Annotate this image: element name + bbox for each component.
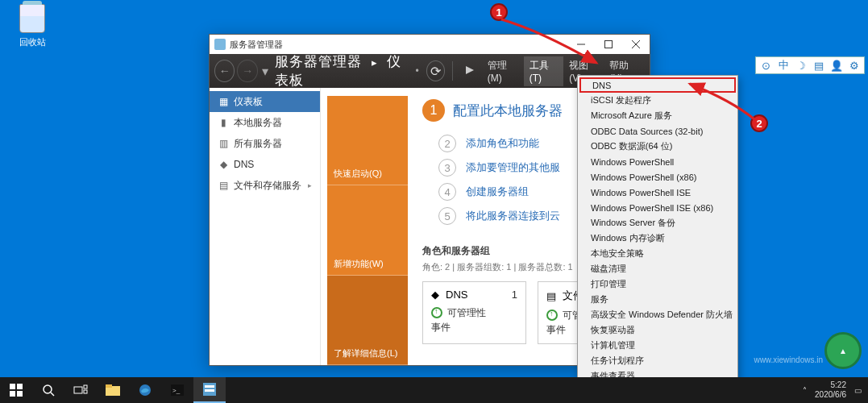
menu-item-powershell-ise[interactable]: Windows PowerShell ISE bbox=[579, 185, 736, 200]
task-view-button[interactable] bbox=[64, 377, 97, 403]
taskbar-server-manager[interactable] bbox=[193, 377, 226, 403]
sidebar-item-all-servers[interactable]: ▥ 所有服务器 bbox=[210, 133, 320, 154]
search-button[interactable] bbox=[32, 377, 64, 403]
ime-clock-icon[interactable]: ⊙ bbox=[759, 59, 772, 72]
step-1-circle: 1 bbox=[422, 99, 445, 122]
clock[interactable]: 5:22 2020/6/6 bbox=[815, 380, 846, 400]
dashboard-icon: ▦ bbox=[218, 96, 229, 107]
svg-rect-16 bbox=[205, 389, 214, 392]
configure-title: 配置此本地服务器 bbox=[453, 102, 563, 120]
dns-card-icon: ◆ bbox=[431, 289, 439, 301]
menu-item-services[interactable]: 服务 bbox=[579, 292, 736, 307]
ime-zh-icon[interactable]: 中 bbox=[777, 59, 790, 72]
taskbar-explorer[interactable] bbox=[97, 377, 129, 403]
link-connect-cloud[interactable]: 将此服务器连接到云 bbox=[466, 209, 560, 223]
link-add-servers[interactable]: 添加要管理的其他服 bbox=[466, 160, 560, 175]
all-servers-icon: ▥ bbox=[218, 138, 229, 149]
step-2-circle: 2 bbox=[438, 135, 456, 152]
nav-forward-button[interactable]: → bbox=[237, 60, 257, 82]
step-5-circle: 5 bbox=[438, 207, 456, 225]
menu-item-memdiag[interactable]: Windows 内存诊断 bbox=[579, 231, 736, 246]
menu-item-powershell[interactable]: Windows PowerShell bbox=[579, 154, 736, 169]
tile-quickstart[interactable]: 快速启动(Q) bbox=[327, 96, 408, 185]
menu-item-cleanmgr[interactable]: 磁盘清理 bbox=[579, 261, 736, 276]
dns-icon: ◆ bbox=[218, 159, 229, 170]
svg-rect-7 bbox=[84, 385, 87, 388]
taskbar: >_ ˄ 5:22 2020/6/6 ▭ bbox=[0, 377, 868, 403]
svg-rect-3 bbox=[10, 391, 15, 397]
nav-back-button[interactable]: ← bbox=[214, 60, 235, 82]
menu-item-odbc32[interactable]: ODBC Data Sources (32-bit) bbox=[579, 123, 736, 139]
menu-item-wsbackup[interactable]: Windows Server 备份 bbox=[579, 215, 736, 231]
menu-item-tasksched[interactable]: 任务计划程序 bbox=[579, 353, 736, 368]
sidebar-item-local-server[interactable]: ▮ 本地服务器 bbox=[210, 112, 320, 133]
sidebar-item-file-storage[interactable]: ▤ 文件和存储服务 ▸ bbox=[210, 175, 320, 196]
svg-text:>_: >_ bbox=[172, 387, 181, 394]
watermark-text: www.xiewindows.in bbox=[754, 355, 823, 364]
annotation-callout-2: 2 bbox=[750, 114, 768, 132]
local-server-icon: ▮ bbox=[218, 117, 229, 128]
floating-toolbar[interactable]: ⊙ 中 ☽ ▤ 👤 ⚙ bbox=[755, 56, 865, 74]
notifications-icon[interactable] bbox=[460, 60, 480, 81]
start-button[interactable] bbox=[0, 377, 32, 403]
refresh-icon[interactable]: ⟳ bbox=[426, 60, 446, 81]
ime-settings-icon[interactable]: ⚙ bbox=[848, 59, 861, 72]
recycle-bin[interactable]: 回收站 bbox=[12, 4, 52, 48]
status-ok-icon bbox=[546, 310, 558, 321]
ime-moon-icon[interactable]: ☽ bbox=[795, 59, 808, 72]
svg-rect-4 bbox=[17, 391, 23, 397]
taskbar-cmd[interactable]: >_ bbox=[161, 377, 193, 403]
role-card-dns[interactable]: ◆DNS1 可管理性 事件 bbox=[422, 281, 526, 344]
link-add-roles[interactable]: 添加角色和功能 bbox=[466, 136, 539, 151]
menu-item-azure[interactable]: Microsoft Azure 服务 bbox=[579, 108, 736, 123]
storage-icon: ▤ bbox=[218, 180, 229, 191]
sidebar: ▦ 仪表板 ▮ 本地服务器 ▥ 所有服务器 ◆ DNS ▤ 文件和存储服务 ▸ bbox=[210, 88, 321, 365]
svg-rect-6 bbox=[74, 387, 82, 393]
notifications-tray-icon[interactable]: ▭ bbox=[854, 386, 862, 395]
tools-dropdown-menu: DNS iSCSI 发起程序 Microsoft Azure 服务 ODBC D… bbox=[577, 75, 738, 403]
menu-item-iscsi[interactable]: iSCSI 发起程序 bbox=[579, 93, 736, 108]
menu-item-powershell-x86[interactable]: Windows PowerShell (x86) bbox=[579, 169, 736, 185]
tile-learnmore[interactable]: 了解详细信息(L) bbox=[327, 276, 408, 365]
taskbar-edge[interactable] bbox=[129, 377, 161, 403]
menu-item-defender-fw[interactable]: 高级安全 Windows Defender 防火墙 bbox=[579, 307, 736, 322]
sidebar-item-dashboard[interactable]: ▦ 仪表板 bbox=[210, 91, 320, 112]
step-3-circle: 3 bbox=[438, 159, 456, 177]
ime-user-icon[interactable]: 👤 bbox=[830, 59, 843, 72]
maximize-button[interactable] bbox=[595, 35, 622, 54]
tray-up-icon[interactable]: ˄ bbox=[803, 386, 807, 395]
svg-rect-2 bbox=[17, 384, 23, 389]
breadcrumb-separator-icon: ▸ bbox=[372, 56, 378, 69]
app-icon bbox=[214, 39, 226, 50]
menu-item-secpol[interactable]: 本地安全策略 bbox=[579, 246, 736, 261]
breadcrumb: 服务器管理器 ▸ 仪表板 bbox=[275, 52, 416, 89]
sidebar-label: 所有服务器 bbox=[234, 137, 282, 151]
nav-dropdown-icon[interactable]: ▾ bbox=[262, 64, 268, 79]
welcome-tiles: 快速启动(Q) 新增功能(W) 了解详细信息(L) bbox=[327, 96, 408, 365]
window-title: 服务器管理器 bbox=[230, 39, 283, 51]
annotation-callout-1: 1 bbox=[490, 3, 508, 21]
menu-tools[interactable]: 工具(T) bbox=[524, 56, 563, 86]
sidebar-label: DNS bbox=[234, 159, 254, 170]
menu-manage[interactable]: 管理(M) bbox=[482, 56, 524, 86]
sidebar-item-dns[interactable]: ◆ DNS bbox=[210, 154, 320, 175]
link-create-group[interactable]: 创建服务器组 bbox=[466, 185, 529, 199]
step-4-circle: 4 bbox=[438, 183, 456, 201]
watermark-logo: ▲ bbox=[824, 332, 862, 369]
svg-rect-0 bbox=[605, 41, 613, 48]
breadcrumb-root[interactable]: 服务器管理器 bbox=[275, 54, 362, 69]
menu-item-printmgmt[interactable]: 打印管理 bbox=[579, 276, 736, 292]
sidebar-label: 文件和存储服务 bbox=[234, 179, 301, 193]
menu-item-compmgmt[interactable]: 计算机管理 bbox=[579, 338, 736, 353]
menu-item-powershell-ise-x86[interactable]: Windows PowerShell ISE (x86) bbox=[579, 200, 736, 215]
tile-whatsnew[interactable]: 新增功能(W) bbox=[327, 185, 408, 275]
menu-item-odbc64[interactable]: ODBC 数据源(64 位) bbox=[579, 139, 736, 154]
menu-item-recovery-drive[interactable]: 恢复驱动器 bbox=[579, 322, 736, 338]
ime-stack-icon[interactable]: ▤ bbox=[812, 59, 825, 72]
minimize-button[interactable] bbox=[567, 35, 595, 54]
svg-rect-10 bbox=[106, 384, 112, 388]
close-button[interactable] bbox=[622, 35, 650, 54]
menu-item-dns[interactable]: DNS bbox=[579, 77, 736, 93]
sidebar-label: 仪表板 bbox=[234, 95, 263, 109]
recycle-bin-icon bbox=[19, 4, 45, 33]
